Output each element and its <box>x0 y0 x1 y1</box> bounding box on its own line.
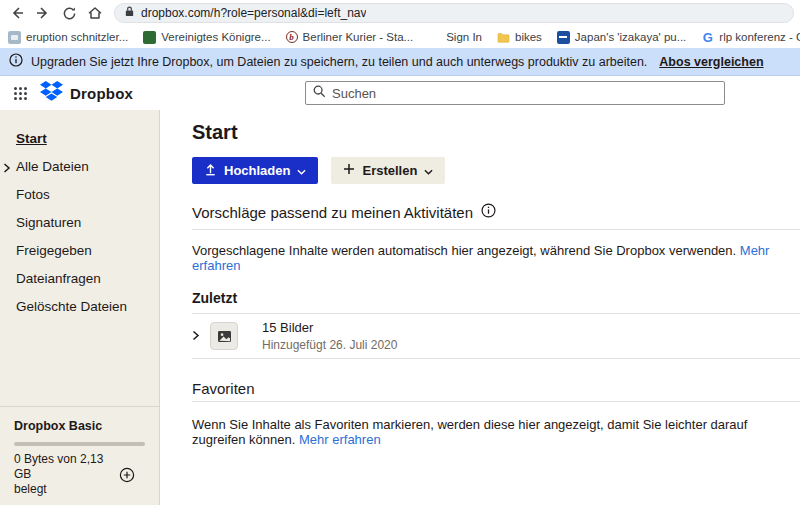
dropbox-wordmark: Dropbox <box>70 85 133 102</box>
asia-favicon <box>557 31 570 44</box>
sidebar-item-geloeschte-dateien[interactable]: Gelöschte Dateien <box>0 292 159 320</box>
reload-icon[interactable] <box>58 2 80 24</box>
bookmark-berliner-kurier[interactable]: b Berliner Kurier - Sta... <box>286 31 414 43</box>
divider <box>192 401 800 402</box>
sidebar-item-signaturen[interactable]: Signaturen <box>0 208 159 236</box>
bookmark-folder-bikes[interactable]: bikes <box>497 31 542 44</box>
bookmark-vereinigtes[interactable]: Vereinigtes Königre... <box>143 31 270 44</box>
divider <box>192 229 800 230</box>
storage-progress-bar <box>14 442 145 446</box>
plan-name: Dropbox Basic <box>14 419 145 433</box>
upload-icon <box>204 163 217 179</box>
chevron-down-icon <box>297 163 306 178</box>
chevron-right-icon[interactable] <box>192 327 200 345</box>
info-icon <box>9 53 23 71</box>
dropbox-logo[interactable]: Dropbox <box>40 81 133 105</box>
favorites-heading: Favoriten <box>192 380 255 397</box>
sidebar: Start Alle Dateien Fotos Signaturen Frei… <box>0 110 160 505</box>
url-bar[interactable]: dropbox.com/h?role=personal&di=left_nav <box>114 3 794 23</box>
back-icon[interactable] <box>6 2 28 24</box>
page-title: Start <box>192 121 800 144</box>
suggestions-heading: Vorschläge passend zu meinen Aktivitäten <box>192 204 473 221</box>
apps-grid-icon[interactable] <box>8 81 32 105</box>
banner-text: Upgraden Sie jetzt Ihre Dropbox, um Date… <box>31 55 647 69</box>
circled-plus-icon[interactable] <box>119 467 135 487</box>
chevron-down-icon <box>424 163 433 178</box>
search-icon <box>313 84 326 102</box>
favorites-body: Wenn Sie Inhalte als Favoriten markieren… <box>192 417 800 447</box>
storage-usage-text: 0 Bytes von 2,13 GB belegt <box>14 452 114 497</box>
url-text: dropbox.com/h?role=personal&di=left_nav <box>141 6 366 20</box>
home-icon[interactable] <box>84 2 106 24</box>
create-button[interactable]: Erstellen <box>331 157 445 184</box>
google-favicon: G <box>701 31 714 44</box>
bookmark-sign-in[interactable]: Sign In <box>428 31 482 44</box>
image-favicon <box>8 31 21 44</box>
upload-button[interactable]: Hochladen <box>192 157 318 184</box>
search-input[interactable] <box>332 86 717 101</box>
divider <box>192 358 800 359</box>
recent-heading: Zuletzt <box>192 290 800 306</box>
info-icon[interactable] <box>481 203 496 222</box>
recent-item-title: 15 Bilder <box>262 320 397 335</box>
forward-icon[interactable] <box>32 2 54 24</box>
recent-item-date: Hinzugefügt 26. Juli 2020 <box>262 338 397 352</box>
browser-navbar: dropbox.com/h?role=personal&di=left_nav <box>0 0 800 26</box>
sidebar-item-dateianfragen[interactable]: Dateianfragen <box>0 264 159 292</box>
microsoft-favicon <box>428 31 441 44</box>
app-header: Dropbox <box>0 76 800 110</box>
main-content: Start Hochladen Erstellen Vorschläge pas… <box>161 110 800 505</box>
plan-panel: Dropbox Basic 0 Bytes von 2,13 GB belegt <box>0 406 159 505</box>
dropbox-glyph-icon <box>40 81 63 105</box>
sidebar-item-alle-dateien[interactable]: Alle Dateien <box>0 152 159 180</box>
learn-more-link[interactable]: Mehr erfahren <box>299 432 381 447</box>
lock-icon <box>124 4 135 22</box>
chevron-right-icon[interactable] <box>3 161 11 176</box>
images-thumbnail-icon <box>210 322 238 350</box>
bookmark-eruption[interactable]: eruption schnitzler... <box>8 31 128 44</box>
sidebar-item-start[interactable]: Start <box>0 124 159 152</box>
berliner-kurier-favicon: b <box>286 31 298 43</box>
upgrade-banner: Upgraden Sie jetzt Ihre Dropbox, um Date… <box>0 48 800 76</box>
search-box[interactable] <box>305 81 725 105</box>
plus-icon <box>343 163 355 178</box>
sidebar-item-freigegeben[interactable]: Freigegeben <box>0 236 159 264</box>
compare-plans-link[interactable]: Abos vergleichen <box>659 55 763 69</box>
bookmark-japan[interactable]: Japan's 'izakaya' pu... <box>557 31 686 44</box>
folder-icon <box>497 31 510 44</box>
bookmarks-bar: eruption schnitzler... Vereinigtes König… <box>0 26 800 48</box>
recent-item-row[interactable]: 15 Bilder Hinzugefügt 26. Juli 2020 <box>192 314 800 358</box>
bookmark-rlp-konferenz[interactable]: G rlp konferenz - Goo... <box>701 31 800 44</box>
green-site-favicon <box>143 31 156 44</box>
sidebar-item-fotos[interactable]: Fotos <box>0 180 159 208</box>
suggestions-body: Vorgeschlagene Inhalte werden automatisc… <box>192 243 800 273</box>
